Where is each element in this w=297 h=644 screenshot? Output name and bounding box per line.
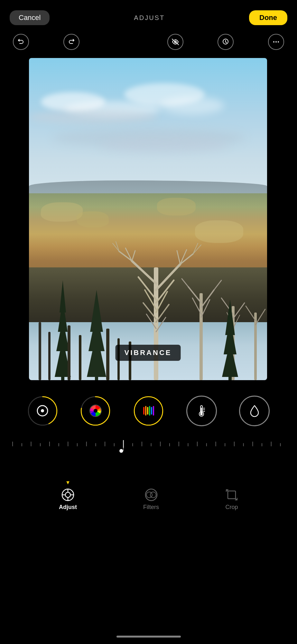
bottom-nav: Adjust Filters Crop [0,477,297,522]
tool-temperature-button[interactable] [186,396,217,426]
tools-row [0,390,297,432]
tool-color-button[interactable] [80,396,111,426]
svg-point-1 [273,41,274,43]
slider-area [0,435,297,461]
tab-adjust[interactable]: Adjust [59,488,77,511]
arc-color [80,396,111,426]
undo-icon [17,38,25,46]
done-button[interactable]: Done [249,10,287,25]
adjust-icon [61,488,74,501]
svg-rect-53 [106,329,109,380]
arc-vibrance [133,396,164,426]
svg-rect-78 [201,408,202,413]
svg-line-39 [182,279,188,287]
svg-rect-59 [228,377,232,380]
eye-off-icon [171,38,180,46]
tool-adjust-button[interactable] [27,396,58,426]
svg-point-121 [145,489,157,501]
thermometer-icon [196,404,207,417]
redo-button[interactable] [63,34,79,50]
crop-icon [225,488,238,501]
svg-point-69 [134,397,162,425]
tab-crop-label: Crop [225,504,238,511]
undo-button[interactable] [13,34,29,50]
svg-line-14 [132,261,156,284]
svg-line-27 [116,242,119,251]
svg-line-17 [156,280,174,303]
svg-rect-50 [48,332,51,380]
svg-line-28 [193,245,201,254]
svg-line-48 [255,309,265,325]
tab-crop[interactable]: Crop [225,488,238,511]
photo-container: VIBRANCE [29,58,267,380]
svg-point-79 [200,413,203,415]
svg-line-25 [177,251,180,264]
arc-adjust [27,396,58,426]
svg-marker-7 [60,280,66,312]
tab-adjust-label: Adjust [59,504,77,511]
markup-button[interactable] [218,34,234,50]
filters-icon [145,488,158,501]
svg-point-2 [275,41,277,43]
more-icon [272,38,280,46]
svg-point-113 [119,449,123,453]
svg-line-15 [156,264,180,290]
svg-line-22 [132,251,135,261]
tab-filters-label: Filters [143,504,159,511]
home-indicator [116,636,181,638]
slider-ticks [6,440,291,456]
redo-icon [68,38,75,46]
adjust-indicator [66,481,70,485]
top-bar: Cancel ADJUST Done [0,0,297,29]
second-toolbar [0,29,297,55]
svg-point-3 [278,41,279,43]
svg-rect-51 [68,325,70,380]
svg-rect-8 [61,377,64,380]
svg-point-123 [150,492,156,498]
svg-line-40 [214,280,221,290]
svg-rect-124 [228,491,236,499]
svg-line-35 [188,287,201,303]
svg-point-116 [65,492,70,497]
tab-filters[interactable]: Filters [143,488,159,511]
more-button[interactable] [268,34,284,50]
tool-droplet-button[interactable] [239,396,270,426]
svg-line-29 [193,243,198,254]
cancel-button[interactable]: Cancel [10,10,50,25]
svg-rect-49 [39,322,41,380]
eye-off-button[interactable] [167,34,183,50]
markup-icon [222,38,229,46]
droplet-icon [249,404,260,417]
svg-line-26 [113,243,119,251]
svg-line-47 [246,306,255,321]
svg-marker-11 [90,290,103,332]
vibrance-label: VIBRANCE [116,345,181,361]
tool-vibrance-button[interactable] [133,396,164,426]
svg-rect-52 [79,335,81,380]
svg-rect-12 [95,377,98,380]
cloud-layer [29,74,267,164]
page-title: ADJUST [134,14,165,22]
